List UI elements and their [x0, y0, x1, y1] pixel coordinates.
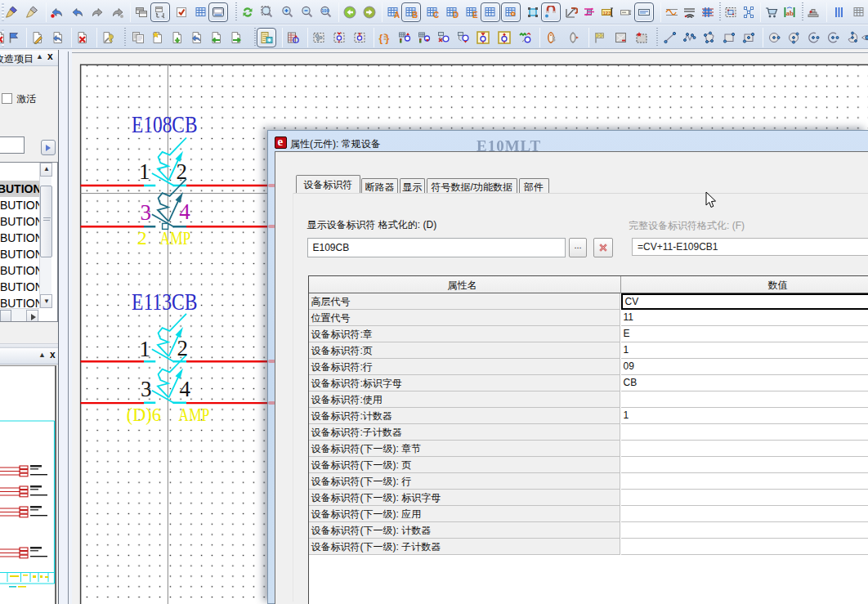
svg-text:B: B: [412, 11, 418, 19]
svg-text:4: 4: [179, 199, 190, 224]
svg-text:A: A: [394, 11, 400, 19]
svg-text:AMP: AMP: [178, 404, 209, 425]
svg-text:ab: ab: [786, 9, 794, 17]
svg-text:E108CB: E108CB: [132, 110, 198, 137]
svg-text:E: E: [472, 11, 478, 19]
svg-text:4: 4: [179, 377, 190, 401]
svg-text:3: 3: [141, 377, 152, 401]
svg-text:E113CB: E113CB: [132, 288, 198, 315]
svg-text:1: 1: [140, 337, 151, 361]
svg-text:2: 2: [176, 159, 187, 184]
svg-text:100: 100: [321, 8, 329, 13]
svg-text:C: C: [433, 11, 439, 19]
svg-text:AMP: AMP: [160, 227, 191, 248]
svg-text:1: 1: [139, 159, 150, 184]
svg-text:2: 2: [177, 336, 188, 360]
svg-text:2: 2: [137, 227, 147, 248]
svg-text:(D)6: (D)6: [127, 404, 161, 425]
svg-text:3: 3: [141, 200, 152, 225]
svg-text:D: D: [453, 11, 459, 19]
svg-text:123: 123: [603, 11, 612, 16]
